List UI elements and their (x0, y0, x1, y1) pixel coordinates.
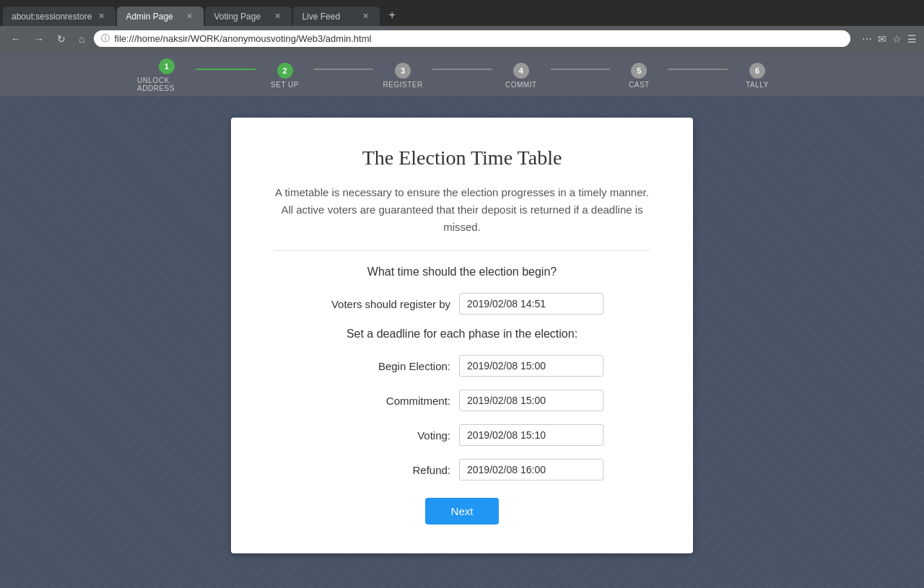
begin-label: Begin Election: (321, 360, 450, 372)
address-actions: ⋯ ✉ ☆ ☰ (862, 33, 917, 45)
tab-close-voting[interactable]: ✕ (272, 11, 283, 22)
step-circle-2: 2 (277, 63, 293, 79)
step-line-4-5 (551, 69, 610, 70)
refund-label: Refund: (321, 464, 450, 476)
voting-input[interactable] (459, 424, 603, 446)
step-2: 2 SET UP (256, 63, 315, 89)
step-label-3: REGISTER (383, 81, 423, 89)
step-4: 4 COMMIT (492, 63, 551, 89)
step-circle-4: 4 (513, 63, 529, 79)
phase-section: Set a deadline for each phase in the ele… (274, 328, 650, 481)
card-title: The Election Time Table (274, 146, 650, 170)
tab-label: about:sessionrestore (12, 12, 92, 22)
address-input-wrap[interactable]: ⓘ file:///home/naksir/WORK/anonymousvoti… (94, 30, 850, 47)
new-tab-button[interactable]: + (381, 4, 402, 26)
step-circle-1: 1 (159, 58, 175, 74)
tab-livefeed[interactable]: Live Feed ✕ (293, 6, 380, 26)
section-question: What time should the election begin? (274, 266, 650, 278)
star-icon[interactable]: ☆ (892, 33, 902, 45)
reload-button[interactable]: ↻ (53, 32, 69, 46)
home-button[interactable]: ⌂ (75, 32, 88, 46)
tab-bar: about:sessionrestore ✕ Admin Page ✕ Voti… (0, 0, 924, 26)
page-content: The Election Time Table A timetable is n… (0, 96, 924, 575)
step-line-3-4 (432, 69, 492, 70)
refund-row: Refund: (274, 459, 650, 481)
address-text: file:///home/naksir/WORK/anonymousvoting… (114, 33, 843, 44)
step-label-5: CAST (629, 81, 650, 89)
tab-voting[interactable]: Voting Page ✕ (205, 6, 292, 26)
commitment-label: Commitment: (321, 395, 450, 407)
step-6: 6 TALLY (728, 63, 787, 89)
refund-input[interactable] (459, 459, 603, 481)
step-line-1-2 (196, 69, 256, 70)
tab-label: Voting Page (214, 12, 261, 22)
lock-icon: ⓘ (101, 32, 110, 45)
register-row: Voters should register by (274, 293, 650, 315)
menu-icon[interactable]: ☰ (907, 33, 917, 45)
step-line-2-3 (314, 69, 373, 70)
step-label-2: SET UP (271, 81, 299, 89)
begin-input[interactable] (459, 355, 603, 377)
steps-row: 1 UNLOCK ADDRESS 2 SET UP 3 REGISTER 4 C… (137, 58, 787, 92)
bookmark-icon[interactable]: ✉ (878, 33, 886, 45)
step-circle-6: 6 (749, 63, 765, 79)
step-label-4: COMMIT (505, 81, 537, 89)
step-5: 5 CAST (610, 63, 669, 89)
step-3: 3 REGISTER (373, 63, 432, 89)
forward-button[interactable]: → (30, 32, 48, 46)
commitment-row: Commitment: (274, 390, 650, 411)
address-bar: ← → ↻ ⌂ ⓘ file:///home/naksir/WORK/anony… (0, 26, 924, 51)
tab-admin[interactable]: Admin Page ✕ (117, 6, 204, 26)
phase-heading: Set a deadline for each phase in the ele… (274, 328, 650, 341)
tab-close-admin[interactable]: ✕ (184, 11, 195, 22)
begin-election-row: Begin Election: (274, 355, 650, 377)
voting-label: Voting: (321, 429, 450, 442)
card-description: A timetable is necessary to ensure the e… (274, 184, 650, 236)
step-1: 1 UNLOCK ADDRESS (137, 58, 196, 92)
tab-sessionrestore[interactable]: about:sessionrestore ✕ (3, 6, 116, 26)
election-card: The Election Time Table A timetable is n… (231, 118, 693, 553)
register-input[interactable] (459, 293, 603, 315)
register-label: Voters should register by (321, 298, 450, 310)
step-circle-5: 5 (631, 63, 647, 79)
more-icon[interactable]: ⋯ (862, 33, 872, 45)
tab-close-sessionrestore[interactable]: ✕ (96, 11, 107, 22)
step-label-6: TALLY (746, 81, 769, 89)
voting-row: Voting: (274, 424, 650, 446)
tab-label: Live Feed (302, 12, 340, 22)
step-circle-3: 3 (395, 63, 411, 79)
back-button[interactable]: ← (7, 32, 25, 46)
step-line-5-6 (668, 69, 728, 70)
step-label-1: UNLOCK ADDRESS (137, 76, 196, 92)
tab-close-livefeed[interactable]: ✕ (360, 11, 371, 22)
tab-label: Admin Page (126, 12, 173, 22)
commitment-input[interactable] (459, 390, 603, 411)
browser-chrome: about:sessionrestore ✕ Admin Page ✕ Voti… (0, 0, 924, 51)
divider (274, 250, 650, 251)
next-button[interactable]: Next (425, 498, 500, 525)
progress-bar-container: 1 UNLOCK ADDRESS 2 SET UP 3 REGISTER 4 C… (0, 51, 924, 96)
